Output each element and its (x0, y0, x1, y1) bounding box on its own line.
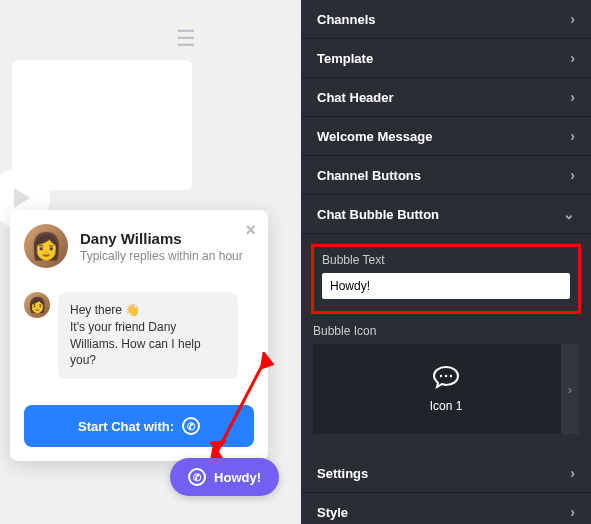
chevron-right-icon: › (570, 89, 575, 105)
close-icon[interactable]: × (245, 220, 256, 241)
accordion-channels[interactable]: Channels› (301, 0, 591, 39)
chevron-down-icon: ⌄ (563, 206, 575, 222)
accordion-label: Chat Bubble Button (317, 207, 439, 222)
chat-header: 👩 Dany Williams Typically replies within… (24, 224, 254, 268)
viber-icon: ✆ (182, 417, 200, 435)
accordion-welcome-message[interactable]: Welcome Message› (301, 117, 591, 156)
chevron-right-icon: › (570, 128, 575, 144)
chevron-right-icon: › (570, 11, 575, 27)
chevron-right-icon: › (570, 167, 575, 183)
chevron-right-icon: › (570, 504, 575, 520)
accordion-label: Chat Header (317, 90, 394, 105)
message-row: 👩 Hey there 👋 It's your friend Dany Will… (24, 292, 254, 379)
bubble-text-label: Bubble Text (322, 253, 570, 267)
icon-caption: Icon 1 (430, 399, 463, 413)
accordion-chat-bubble-button[interactable]: Chat Bubble Button⌄ (301, 195, 591, 234)
bubble-section: Bubble Text Bubble Icon Icon 1 › (301, 234, 591, 444)
reply-time: Typically replies within an hour (80, 249, 243, 263)
preview-pane: ☰ × 👩 Dany Williams Typically replies wi… (0, 0, 301, 524)
bubble-icon-label: Bubble Icon (313, 324, 579, 338)
start-chat-button[interactable]: Start Chat with: ✆ (24, 405, 254, 447)
accordion-template[interactable]: Template› (301, 39, 591, 78)
accordion-label: Style (317, 505, 348, 520)
viber-icon: ✆ (188, 468, 206, 486)
agent-name: Dany Williams (80, 230, 243, 247)
accordion-style[interactable]: Style› (301, 493, 591, 524)
chevron-right-icon: › (570, 50, 575, 66)
icon-selector[interactable]: Icon 1 › (313, 344, 579, 434)
bubble-text: Howdy! (214, 470, 261, 485)
message-bubble: Hey there 👋 It's your friend Dany Willia… (58, 292, 238, 379)
start-chat-label: Start Chat with: (78, 419, 174, 434)
accordion-label: Template (317, 51, 373, 66)
chevron-right-icon: › (568, 382, 572, 397)
chevron-right-icon: › (570, 465, 575, 481)
chat-widget: × 👩 Dany Williams Typically replies with… (10, 210, 268, 461)
accordion-label: Channel Buttons (317, 168, 421, 183)
avatar-small: 👩 (24, 292, 50, 318)
bubble-text-input[interactable] (322, 273, 570, 299)
hamburger-icon[interactable]: ☰ (176, 26, 196, 52)
svg-point-6 (450, 375, 452, 377)
accordion-label: Welcome Message (317, 129, 432, 144)
accordion-label: Channels (317, 12, 376, 27)
play-icon (14, 188, 30, 208)
accordion-label: Settings (317, 466, 368, 481)
greeting-line-2: It's your friend Dany Williams. How can … (70, 319, 226, 369)
accordion-channel-buttons[interactable]: Channel Buttons› (301, 156, 591, 195)
icon-next-button[interactable]: › (561, 344, 579, 434)
avatar: 👩 (24, 224, 68, 268)
accordion-settings[interactable]: Settings› (301, 454, 591, 493)
greeting-line-1: Hey there 👋 (70, 302, 226, 319)
settings-panel: Channels› Template› Chat Header› Welcome… (301, 0, 591, 524)
svg-point-4 (440, 375, 442, 377)
chat-bubble-button[interactable]: ✆ Howdy! (170, 458, 279, 496)
bubble-icon-section: Bubble Icon Icon 1 › (313, 324, 579, 434)
background-card (12, 60, 192, 190)
bubble-text-highlight: Bubble Text (311, 244, 581, 314)
chat-dots-icon (432, 365, 460, 389)
accordion-chat-header[interactable]: Chat Header› (301, 78, 591, 117)
svg-point-5 (445, 375, 447, 377)
